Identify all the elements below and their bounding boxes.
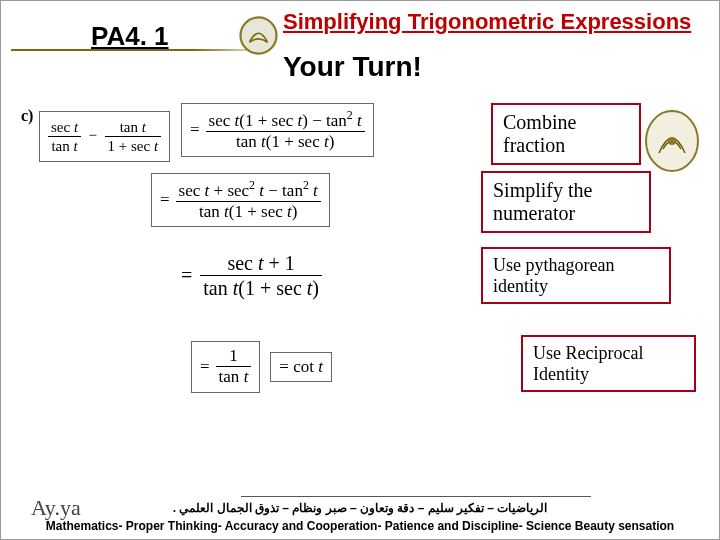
- step-1: = sec t(1 + sec t) − tan2 t tan t(1 + se…: [181, 103, 374, 157]
- footer-english: Mathematics- Proper Thinking- Accuracy a…: [1, 519, 719, 533]
- step-2-equation: = sec t + sec2 t − tan2 t tan t(1 + sec …: [151, 173, 330, 227]
- footer-divider: [241, 496, 591, 497]
- step-1-equation: = sec t(1 + sec t) − tan2 t tan t(1 + se…: [181, 103, 374, 157]
- ornament-left-icon: [236, 13, 281, 58]
- problem-expression: sec ttan t − tan t1 + sec t: [39, 111, 170, 162]
- page-title: Simplifying Trigonometric Expressions: [283, 9, 691, 35]
- step-3-note: Use pythagorean identity: [481, 247, 671, 304]
- step-4: = 1 tan t = cot t Use Reciprocal Identit…: [191, 341, 332, 393]
- page-code: PA4. 1: [91, 21, 169, 52]
- footer-arabic: الرياضيات – تفكير سليم – دقة وتعاون – صب…: [1, 501, 719, 515]
- footer: Ay.ya الرياضيات – تفكير سليم – دقة وتعاو…: [1, 484, 719, 539]
- step-2: = sec t + sec2 t − tan2 t tan t(1 + sec …: [151, 173, 330, 227]
- step-3-equation: = sec t + 1 tan t(1 + sec t): [181, 251, 322, 300]
- page-subtitle: Your Turn!: [283, 51, 422, 83]
- content-area: c) sec ttan t − tan t1 + sec t = sec t(1…: [1, 101, 719, 484]
- step-3: = sec t + 1 tan t(1 + sec t) Use pythago…: [181, 251, 322, 300]
- decorative-line: [11, 49, 271, 51]
- svg-point-0: [241, 18, 277, 54]
- step-1-note: Combine fraction: [491, 103, 641, 165]
- header: PA4. 1 Simplifying Trigonometric Express…: [1, 1, 719, 91]
- step-4-equation-a: = 1 tan t: [191, 341, 260, 393]
- step-2-note: Simplify the numerator: [481, 171, 651, 233]
- problem-label: c): [21, 107, 33, 125]
- step-4-note: Use Reciprocal Identity: [521, 335, 696, 392]
- step-4-equation-b: = cot t: [270, 352, 332, 382]
